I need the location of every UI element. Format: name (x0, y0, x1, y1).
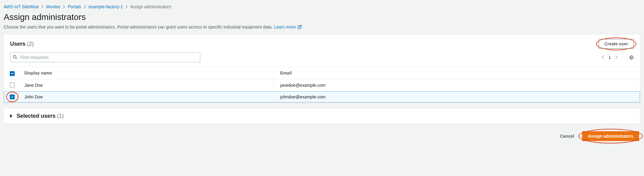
users-panel-title: Users (2) (10, 41, 34, 47)
assign-administrators-button[interactable]: Assign administrators (582, 131, 639, 141)
chevron-right-icon (41, 5, 44, 9)
cell-email: janedoe@example.com (274, 79, 640, 91)
divider (622, 54, 623, 61)
users-panel: Users (2) Create user 1 (4, 34, 640, 103)
selected-users-title: Selected users (17, 113, 56, 119)
breadcrumb-link-sitewise[interactable]: AWS IoT SiteWise (4, 4, 39, 9)
breadcrumb-link-monitor[interactable]: Monitor (46, 4, 60, 9)
column-header-display-name[interactable]: Display name (18, 67, 274, 79)
page-subtitle: Choose the users that you want to be por… (4, 25, 640, 30)
external-link-icon (297, 25, 302, 30)
row-checkbox[interactable] (10, 82, 15, 87)
selected-users-toggle[interactable]: Selected users (1) (10, 113, 634, 119)
column-header-email[interactable]: Email (274, 67, 640, 79)
breadcrumb-link-portal-name[interactable]: example-factory-1 (89, 4, 123, 9)
search-icon (13, 55, 17, 60)
users-table: Display name Email Jane Doe janedoe@exam… (4, 67, 640, 102)
search-input[interactable] (10, 52, 200, 62)
selected-users-panel: Selected users (1) (4, 108, 640, 124)
chevron-right-icon (63, 5, 65, 9)
breadcrumb-link-portals[interactable]: Portals (68, 4, 81, 9)
breadcrumb: AWS IoT SiteWise Monitor Portals example… (4, 4, 640, 9)
page-title: Assign administrators (4, 12, 640, 22)
svg-line-1 (16, 58, 17, 59)
learn-more-link[interactable]: Learn more (274, 25, 302, 29)
selected-users-count: (1) (57, 113, 64, 119)
breadcrumb-current: Assign administrators (130, 4, 171, 9)
select-all-checkbox[interactable] (10, 71, 15, 76)
footer-actions: Cancel Assign administrators (4, 129, 640, 141)
row-checkbox[interactable] (10, 94, 15, 99)
cancel-button[interactable]: Cancel (556, 131, 578, 141)
cell-email: johndoe@example.com (274, 91, 640, 102)
subtitle-text: Choose the users that you want to be por… (4, 25, 274, 29)
svg-point-0 (13, 55, 16, 58)
table-row[interactable]: Jane Doe janedoe@example.com (4, 79, 640, 91)
prev-page-button[interactable] (601, 55, 604, 59)
page-number: 1 (608, 55, 611, 60)
chevron-right-icon (125, 5, 128, 9)
table-row[interactable]: John Doe johndoe@example.com (4, 91, 640, 102)
search-input-wrapper (10, 52, 200, 62)
caret-right-icon (10, 114, 12, 118)
users-count: (2) (27, 41, 34, 47)
cell-display-name: Jane Doe (18, 79, 274, 91)
pagination: 1 (601, 54, 634, 61)
cell-display-name: John Doe (18, 91, 274, 102)
next-page-button[interactable] (615, 55, 618, 59)
create-user-button[interactable]: Create user (599, 39, 634, 49)
settings-button[interactable] (629, 55, 634, 60)
chevron-right-icon (84, 5, 86, 9)
